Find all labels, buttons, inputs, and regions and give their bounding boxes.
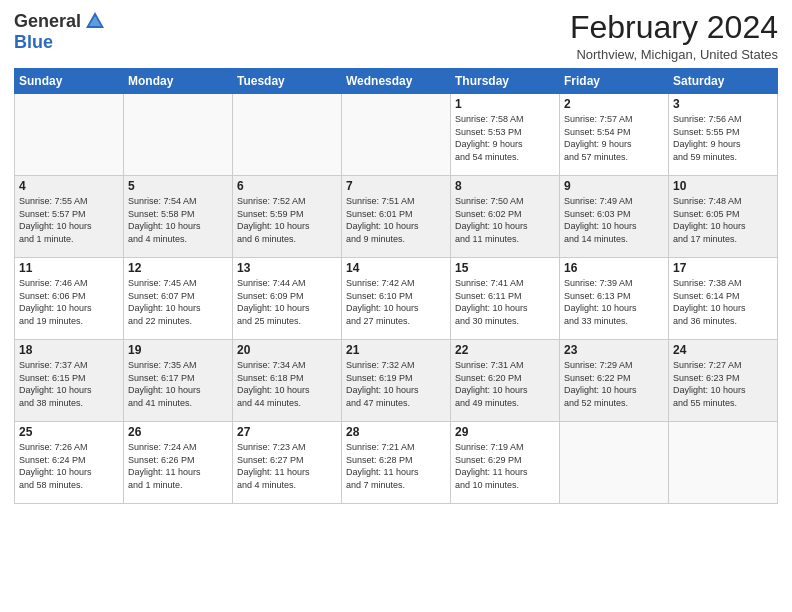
calendar-day-cell xyxy=(124,94,233,176)
day-info: Sunrise: 7:34 AM Sunset: 6:18 PM Dayligh… xyxy=(237,359,337,409)
day-info: Sunrise: 7:37 AM Sunset: 6:15 PM Dayligh… xyxy=(19,359,119,409)
day-info: Sunrise: 7:26 AM Sunset: 6:24 PM Dayligh… xyxy=(19,441,119,491)
page: General Blue February 2024 Northview, Mi… xyxy=(0,0,792,612)
calendar-day-cell: 13Sunrise: 7:44 AM Sunset: 6:09 PM Dayli… xyxy=(233,258,342,340)
calendar-table: SundayMondayTuesdayWednesdayThursdayFrid… xyxy=(14,68,778,504)
day-number: 27 xyxy=(237,425,337,439)
day-number: 1 xyxy=(455,97,555,111)
day-info: Sunrise: 7:38 AM Sunset: 6:14 PM Dayligh… xyxy=(673,277,773,327)
header-wednesday: Wednesday xyxy=(342,69,451,94)
day-number: 18 xyxy=(19,343,119,357)
day-info: Sunrise: 7:49 AM Sunset: 6:03 PM Dayligh… xyxy=(564,195,664,245)
calendar-day-cell: 27Sunrise: 7:23 AM Sunset: 6:27 PM Dayli… xyxy=(233,422,342,504)
day-info: Sunrise: 7:41 AM Sunset: 6:11 PM Dayligh… xyxy=(455,277,555,327)
day-info: Sunrise: 7:48 AM Sunset: 6:05 PM Dayligh… xyxy=(673,195,773,245)
logo-icon xyxy=(84,10,106,32)
day-number: 13 xyxy=(237,261,337,275)
day-info: Sunrise: 7:27 AM Sunset: 6:23 PM Dayligh… xyxy=(673,359,773,409)
day-number: 22 xyxy=(455,343,555,357)
day-number: 8 xyxy=(455,179,555,193)
day-info: Sunrise: 7:31 AM Sunset: 6:20 PM Dayligh… xyxy=(455,359,555,409)
calendar-day-cell: 7Sunrise: 7:51 AM Sunset: 6:01 PM Daylig… xyxy=(342,176,451,258)
day-number: 28 xyxy=(346,425,446,439)
calendar-week-row: 11Sunrise: 7:46 AM Sunset: 6:06 PM Dayli… xyxy=(15,258,778,340)
calendar-header-row: SundayMondayTuesdayWednesdayThursdayFrid… xyxy=(15,69,778,94)
calendar-day-cell xyxy=(233,94,342,176)
header-sunday: Sunday xyxy=(15,69,124,94)
calendar-day-cell xyxy=(342,94,451,176)
day-info: Sunrise: 7:54 AM Sunset: 5:58 PM Dayligh… xyxy=(128,195,228,245)
calendar-day-cell: 8Sunrise: 7:50 AM Sunset: 6:02 PM Daylig… xyxy=(451,176,560,258)
day-info: Sunrise: 7:24 AM Sunset: 6:26 PM Dayligh… xyxy=(128,441,228,491)
day-info: Sunrise: 7:55 AM Sunset: 5:57 PM Dayligh… xyxy=(19,195,119,245)
day-info: Sunrise: 7:51 AM Sunset: 6:01 PM Dayligh… xyxy=(346,195,446,245)
day-number: 29 xyxy=(455,425,555,439)
calendar-subtitle: Northview, Michigan, United States xyxy=(570,47,778,62)
day-number: 16 xyxy=(564,261,664,275)
calendar-day-cell: 2Sunrise: 7:57 AM Sunset: 5:54 PM Daylig… xyxy=(560,94,669,176)
calendar-day-cell: 29Sunrise: 7:19 AM Sunset: 6:29 PM Dayli… xyxy=(451,422,560,504)
day-info: Sunrise: 7:29 AM Sunset: 6:22 PM Dayligh… xyxy=(564,359,664,409)
calendar-day-cell: 4Sunrise: 7:55 AM Sunset: 5:57 PM Daylig… xyxy=(15,176,124,258)
calendar-day-cell: 16Sunrise: 7:39 AM Sunset: 6:13 PM Dayli… xyxy=(560,258,669,340)
calendar-day-cell: 20Sunrise: 7:34 AM Sunset: 6:18 PM Dayli… xyxy=(233,340,342,422)
day-info: Sunrise: 7:35 AM Sunset: 6:17 PM Dayligh… xyxy=(128,359,228,409)
calendar-day-cell: 17Sunrise: 7:38 AM Sunset: 6:14 PM Dayli… xyxy=(669,258,778,340)
calendar-day-cell: 21Sunrise: 7:32 AM Sunset: 6:19 PM Dayli… xyxy=(342,340,451,422)
day-info: Sunrise: 7:32 AM Sunset: 6:19 PM Dayligh… xyxy=(346,359,446,409)
calendar-day-cell: 3Sunrise: 7:56 AM Sunset: 5:55 PM Daylig… xyxy=(669,94,778,176)
day-number: 15 xyxy=(455,261,555,275)
header-friday: Friday xyxy=(560,69,669,94)
logo-general-text: General xyxy=(14,11,81,32)
day-number: 23 xyxy=(564,343,664,357)
calendar-day-cell: 10Sunrise: 7:48 AM Sunset: 6:05 PM Dayli… xyxy=(669,176,778,258)
day-number: 24 xyxy=(673,343,773,357)
day-number: 5 xyxy=(128,179,228,193)
calendar-day-cell: 14Sunrise: 7:42 AM Sunset: 6:10 PM Dayli… xyxy=(342,258,451,340)
calendar-day-cell: 1Sunrise: 7:58 AM Sunset: 5:53 PM Daylig… xyxy=(451,94,560,176)
day-number: 9 xyxy=(564,179,664,193)
calendar-day-cell xyxy=(560,422,669,504)
day-number: 21 xyxy=(346,343,446,357)
day-info: Sunrise: 7:44 AM Sunset: 6:09 PM Dayligh… xyxy=(237,277,337,327)
header-monday: Monday xyxy=(124,69,233,94)
day-number: 4 xyxy=(19,179,119,193)
calendar-day-cell: 23Sunrise: 7:29 AM Sunset: 6:22 PM Dayli… xyxy=(560,340,669,422)
day-info: Sunrise: 7:39 AM Sunset: 6:13 PM Dayligh… xyxy=(564,277,664,327)
title-section: February 2024 Northview, Michigan, Unite… xyxy=(570,10,778,62)
day-number: 26 xyxy=(128,425,228,439)
day-number: 20 xyxy=(237,343,337,357)
day-number: 14 xyxy=(346,261,446,275)
day-info: Sunrise: 7:19 AM Sunset: 6:29 PM Dayligh… xyxy=(455,441,555,491)
day-number: 3 xyxy=(673,97,773,111)
calendar-day-cell: 15Sunrise: 7:41 AM Sunset: 6:11 PM Dayli… xyxy=(451,258,560,340)
day-info: Sunrise: 7:52 AM Sunset: 5:59 PM Dayligh… xyxy=(237,195,337,245)
calendar-day-cell: 6Sunrise: 7:52 AM Sunset: 5:59 PM Daylig… xyxy=(233,176,342,258)
day-info: Sunrise: 7:46 AM Sunset: 6:06 PM Dayligh… xyxy=(19,277,119,327)
calendar-day-cell: 18Sunrise: 7:37 AM Sunset: 6:15 PM Dayli… xyxy=(15,340,124,422)
header: General Blue February 2024 Northview, Mi… xyxy=(14,10,778,62)
day-info: Sunrise: 7:45 AM Sunset: 6:07 PM Dayligh… xyxy=(128,277,228,327)
day-number: 11 xyxy=(19,261,119,275)
header-thursday: Thursday xyxy=(451,69,560,94)
header-tuesday: Tuesday xyxy=(233,69,342,94)
day-info: Sunrise: 7:23 AM Sunset: 6:27 PM Dayligh… xyxy=(237,441,337,491)
calendar-day-cell: 22Sunrise: 7:31 AM Sunset: 6:20 PM Dayli… xyxy=(451,340,560,422)
day-number: 19 xyxy=(128,343,228,357)
calendar-day-cell xyxy=(669,422,778,504)
calendar-week-row: 4Sunrise: 7:55 AM Sunset: 5:57 PM Daylig… xyxy=(15,176,778,258)
calendar-day-cell: 28Sunrise: 7:21 AM Sunset: 6:28 PM Dayli… xyxy=(342,422,451,504)
calendar-day-cell: 19Sunrise: 7:35 AM Sunset: 6:17 PM Dayli… xyxy=(124,340,233,422)
logo-blue-text: Blue xyxy=(14,32,53,53)
calendar-day-cell: 9Sunrise: 7:49 AM Sunset: 6:03 PM Daylig… xyxy=(560,176,669,258)
calendar-day-cell: 5Sunrise: 7:54 AM Sunset: 5:58 PM Daylig… xyxy=(124,176,233,258)
calendar-day-cell: 26Sunrise: 7:24 AM Sunset: 6:26 PM Dayli… xyxy=(124,422,233,504)
calendar-day-cell: 25Sunrise: 7:26 AM Sunset: 6:24 PM Dayli… xyxy=(15,422,124,504)
calendar-day-cell: 12Sunrise: 7:45 AM Sunset: 6:07 PM Dayli… xyxy=(124,258,233,340)
calendar-day-cell: 24Sunrise: 7:27 AM Sunset: 6:23 PM Dayli… xyxy=(669,340,778,422)
calendar-title: February 2024 xyxy=(570,10,778,45)
day-number: 10 xyxy=(673,179,773,193)
day-number: 7 xyxy=(346,179,446,193)
logo: General Blue xyxy=(14,10,106,53)
calendar-week-row: 25Sunrise: 7:26 AM Sunset: 6:24 PM Dayli… xyxy=(15,422,778,504)
